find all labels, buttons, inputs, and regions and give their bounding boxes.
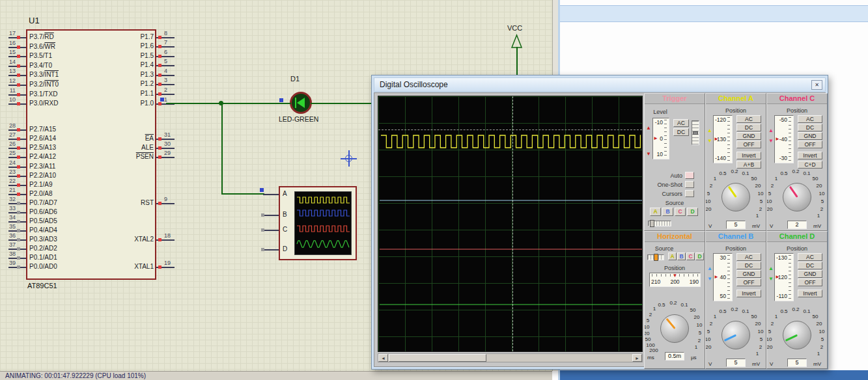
trigger-coupling-switch[interactable] (692, 120, 699, 145)
pin-endpoint[interactable] (17, 229, 20, 232)
pin-endpoint[interactable] (17, 46, 20, 49)
pin-endpoint[interactable] (158, 92, 161, 96)
pin-endpoint[interactable] (17, 256, 20, 260)
wire[interactable] (221, 193, 264, 195)
scroll-left-icon[interactable]: ◄ (378, 354, 388, 362)
horizontal-source-b[interactable]: B (677, 252, 686, 260)
coupling-button-dc[interactable]: DC (798, 124, 822, 131)
pin-endpoint[interactable] (17, 55, 20, 58)
pin-endpoint[interactable] (17, 83, 20, 87)
coupling-button-dc[interactable]: DC (736, 124, 761, 131)
coupling-button-gnd[interactable]: GND (736, 132, 761, 140)
coupling-button-ac[interactable]: AC (798, 253, 822, 261)
level-up-icon[interactable]: ▲ (646, 126, 651, 131)
pin-endpoint[interactable] (17, 128, 20, 131)
horizontal-knob[interactable] (660, 314, 689, 343)
trigger-mode-button-one-shot[interactable] (685, 181, 694, 188)
position-down-icon[interactable]: ▼ (768, 277, 774, 282)
probe-marker[interactable] (260, 188, 264, 192)
trigger-coupling-ac[interactable]: AC (673, 119, 689, 127)
sec-chc-knob[interactable] (783, 183, 811, 211)
pin-endpoint[interactable] (17, 238, 20, 241)
scope-input-stub[interactable] (263, 215, 279, 216)
coupling-button-dc[interactable]: DC (798, 262, 822, 269)
pin-endpoint[interactable] (17, 64, 20, 68)
horizontal-source-a[interactable]: A (668, 252, 677, 260)
pin-endpoint[interactable] (17, 247, 20, 251)
mode-button-invert[interactable]: Invert (798, 290, 822, 297)
coupling-button-off[interactable]: OFF (736, 278, 761, 286)
wire[interactable] (311, 103, 372, 104)
pin-endpoint[interactable] (17, 93, 20, 96)
pin-endpoint[interactable] (261, 248, 264, 251)
pin-endpoint[interactable] (17, 202, 20, 205)
trigger-source-a[interactable]: A (650, 208, 661, 216)
pin-endpoint[interactable] (158, 265, 161, 269)
trigger-mode-button-auto[interactable] (685, 172, 694, 179)
oscilloscope-window[interactable]: Digital Oscilloscope ✕ ◄ ► Trigger Level… (371, 75, 828, 370)
trigger-mode-button-cursors[interactable] (685, 190, 694, 197)
pin-endpoint[interactable] (17, 156, 20, 159)
position-down-icon[interactable]: ▼ (768, 139, 774, 144)
coupling-button-gnd[interactable]: GND (798, 270, 822, 278)
pin-endpoint[interactable] (17, 102, 20, 105)
slider-handle[interactable] (654, 254, 658, 261)
position-down-icon[interactable]: ▼ (707, 139, 712, 144)
coupling-button-ac[interactable]: AC (798, 115, 822, 123)
pin-endpoint[interactable] (17, 265, 20, 269)
pin-endpoint[interactable] (17, 183, 20, 187)
coupling-button-off[interactable]: OFF (798, 278, 822, 286)
pin-endpoint[interactable] (17, 220, 20, 223)
scope-scrollbar[interactable]: ◄ ► (378, 353, 643, 362)
mode-button-cplusd[interactable]: C+D (798, 161, 822, 169)
wire[interactable] (516, 47, 518, 75)
oscilloscope-titlebar[interactable]: Digital Oscilloscope ✕ (374, 77, 826, 92)
coupling-button-off[interactable]: OFF (736, 141, 761, 148)
wire[interactable] (166, 103, 291, 104)
position-up-icon[interactable]: ▲ (768, 266, 774, 271)
pin-endpoint[interactable] (261, 213, 264, 217)
pin-endpoint[interactable] (158, 137, 161, 141)
pin-endpoint[interactable] (17, 165, 20, 169)
pin-endpoint[interactable] (158, 45, 161, 48)
mode-button-invert[interactable]: Invert (736, 152, 761, 159)
sec-cha-knob[interactable] (721, 183, 750, 211)
trigger-coupling-dc[interactable]: DC (673, 128, 689, 136)
coupling-button-off[interactable]: OFF (798, 141, 822, 148)
pin-endpoint[interactable] (17, 211, 20, 214)
horizontal-source-c[interactable]: C (686, 252, 695, 260)
pin-endpoint[interactable] (158, 83, 161, 86)
pin-endpoint[interactable] (158, 64, 161, 67)
level-down-icon[interactable]: ▼ (646, 152, 651, 157)
wire[interactable] (221, 103, 223, 193)
coupling-button-ac[interactable]: AC (736, 253, 761, 261)
switch-handle[interactable] (693, 131, 698, 135)
pin-endpoint[interactable] (261, 228, 264, 232)
position-up-icon[interactable]: ▲ (768, 128, 774, 133)
pin-endpoint[interactable] (17, 193, 20, 196)
position-up-icon[interactable]: ▲ (707, 266, 712, 271)
coupling-button-ac[interactable]: AC (736, 115, 761, 123)
pin-endpoint[interactable] (158, 146, 161, 150)
trigger-source-b[interactable]: B (662, 208, 673, 216)
trigger-source-d[interactable]: D (687, 208, 698, 216)
trigger-source-c[interactable]: C (675, 208, 686, 216)
scope-input-stub[interactable] (263, 249, 279, 251)
horizontal-source-slider[interactable] (647, 254, 664, 260)
pin-endpoint[interactable] (158, 202, 161, 205)
coupling-button-gnd[interactable]: GND (798, 132, 822, 140)
mode-button-aplusb[interactable]: A+B (736, 161, 761, 169)
pin-endpoint[interactable] (158, 74, 161, 77)
position-up-icon[interactable]: ▲ (707, 128, 712, 133)
pin-endpoint[interactable] (17, 36, 20, 39)
scope-input-stub[interactable] (263, 230, 279, 231)
trigger-slider[interactable] (648, 221, 671, 226)
scroll-right-icon[interactable]: ► (632, 354, 642, 362)
close-button[interactable]: ✕ (811, 80, 822, 90)
pin-endpoint[interactable] (17, 137, 20, 141)
pin-endpoint[interactable] (17, 174, 20, 178)
probe-marker[interactable] (160, 98, 164, 102)
pin-endpoint[interactable] (17, 74, 20, 77)
pin-endpoint[interactable] (158, 55, 161, 58)
pin-endpoint[interactable] (158, 238, 161, 241)
